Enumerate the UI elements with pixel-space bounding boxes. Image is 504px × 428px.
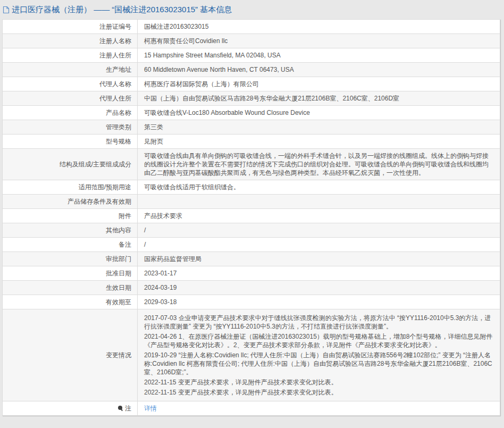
- row-value: 2023-01-17: [138, 266, 500, 281]
- row-value: 15 Hampshire Street Mansfield, MA 02048,…: [138, 48, 500, 63]
- change-entry: 2021-04-26 1、在原医疗器械注册证（国械注进20163023015）载…: [144, 332, 493, 349]
- table-row: 结构及组成/主要组成成分可吸收缝合线由具有单向倒钩的可吸收缝合线，一端的外科手术…: [3, 149, 500, 180]
- change-entry: 2022-11-15 变更产品技术要求，详见附件产品技术要求变化对比表。: [144, 388, 493, 397]
- row-label: 生效日期: [3, 281, 138, 295]
- row-label: 注册证编号: [3, 20, 138, 34]
- page-title: 进口医疗器械（注册） —— “国械注进20163023015” 基本信息: [2, 0, 500, 19]
- table-row: 备注/: [3, 238, 500, 252]
- row-label: 有效期至: [3, 295, 138, 309]
- row-value: 柯惠有限责任公司Covidien llc: [138, 34, 500, 48]
- table-row: 批准日期2023-01-17: [3, 266, 500, 281]
- row-label: 生产地址: [3, 63, 138, 77]
- row-value: 2024-03-19: [138, 281, 500, 295]
- row-label: 审批部门: [3, 252, 138, 266]
- change-entry: 2017-07-03 企业申请变更产品技术要求中对于缝线抗张强度检测的实验方法，…: [144, 314, 493, 331]
- row-value: 产品技术要求: [138, 209, 500, 223]
- table-row: 代理人住所中国（上海）自由贸易试验区马吉路28号东华金融大厦21层2106B室、…: [3, 91, 500, 106]
- row-value: [138, 195, 500, 209]
- row-label: 注册人住所: [3, 48, 138, 63]
- details-link[interactable]: 详情: [144, 405, 157, 412]
- table-row: 适用范围/预期用途可吸收缝合线适用于软组织缝合。: [3, 180, 500, 195]
- table-row: 注册人住所15 Hampshire Street Mansfield, MA 0…: [3, 48, 500, 63]
- table-row: 产品名称可吸收缝合线V-Loc180 Absorbable Wound Clos…: [3, 106, 500, 120]
- table-row: 注册人名称柯惠有限责任公司Covidien llc: [3, 34, 500, 48]
- row-value: 2017-07-03 企业申请变更产品技术要求中对于缝线抗张强度检测的实验方法，…: [138, 309, 500, 401]
- table-row: 代理人名称柯惠医疗器材国际贸易（上海）有限公司: [3, 77, 500, 91]
- page-title-text: 进口医疗器械（注册） —— “国械注进20163023015” 基本信息: [12, 5, 232, 15]
- table-row: 生效日期2024-03-19: [3, 281, 500, 295]
- table-row: 有效期至2029-03-18: [3, 295, 500, 309]
- row-label: 结构及组成/主要组成成分: [3, 149, 138, 180]
- row-label: 变更情况: [3, 309, 138, 401]
- table-row: 其他内容/: [3, 223, 500, 238]
- table-row: 注详情: [3, 401, 500, 416]
- row-label: 备注: [3, 238, 138, 252]
- row-value: 第三类: [138, 120, 500, 135]
- row-label: 管理类别: [3, 120, 138, 135]
- row-label: 型号规格: [3, 135, 138, 149]
- row-value: 见附页: [138, 135, 500, 149]
- row-value: 可吸收缝合线V-Loc180 Absorbable Wound Closure …: [138, 106, 500, 120]
- document-icon: [3, 6, 10, 14]
- change-entry: 2019-10-29 “注册人名称:Covidien llc; 代理人住所:中国…: [144, 351, 493, 376]
- table-row: 产品储存条件及有效期: [3, 195, 500, 209]
- table-row: 注册证编号国械注进20163023015: [3, 20, 500, 34]
- row-label: 产品储存条件及有效期: [3, 195, 138, 209]
- row-value: 中国（上海）自由贸易试验区马吉路28号东华金融大厦21层2106B室、2106C…: [138, 91, 500, 106]
- row-label: 附件: [3, 209, 138, 223]
- note-icon: [118, 406, 123, 411]
- registration-info-table: 注册证编号国械注进20163023015注册人名称柯惠有限责任公司Covidie…: [2, 19, 500, 416]
- row-value: /: [138, 238, 500, 252]
- row-label: 代理人名称: [3, 77, 138, 91]
- row-value: /: [138, 223, 500, 238]
- row-value: 详情: [138, 401, 500, 416]
- table-row: 变更情况2017-07-03 企业申请变更产品技术要求中对于缝线抗张强度检测的实…: [3, 309, 500, 401]
- row-value: 2029-03-18: [138, 295, 500, 309]
- row-value: 可吸收缝合线由具有单向倒钩的可吸收缝合线，一端的外科手术缝合针，以及另一端焊接的…: [138, 149, 500, 180]
- row-value: 柯惠医疗器材国际贸易（上海）有限公司: [138, 77, 500, 91]
- row-label: 注: [3, 401, 138, 416]
- row-label: 产品名称: [3, 106, 138, 120]
- row-label: 适用范围/预期用途: [3, 180, 138, 195]
- table-row: 生产地址60 Middletown Avenue North Haven, CT…: [3, 63, 500, 77]
- row-value: 国家药品监督管理局: [138, 252, 500, 266]
- row-label: 注册人名称: [3, 34, 138, 48]
- row-label: 批准日期: [3, 266, 138, 281]
- row-value: 国械注进20163023015: [138, 20, 500, 34]
- table-row: 管理类别第三类: [3, 120, 500, 135]
- table-row: 型号规格见附页: [3, 135, 500, 149]
- row-label: 其他内容: [3, 223, 138, 238]
- table-row: 审批部门国家药品监督管理局: [3, 252, 500, 266]
- table-row: 附件产品技术要求: [3, 209, 500, 223]
- row-value: 可吸收缝合线适用于软组织缝合。: [138, 180, 500, 195]
- row-value: 60 Middletown Avenue North Haven, CT 064…: [138, 63, 500, 77]
- page: 进口医疗器械（注册） —— “国械注进20163023015” 基本信息 注册证…: [0, 0, 504, 420]
- row-label: 代理人住所: [3, 91, 138, 106]
- info-table-body: 注册证编号国械注进20163023015注册人名称柯惠有限责任公司Covidie…: [3, 20, 500, 416]
- change-entry: 2022-11-15 变更产品技术要求，详见附件产品技术要求变化对比表。: [144, 378, 493, 387]
